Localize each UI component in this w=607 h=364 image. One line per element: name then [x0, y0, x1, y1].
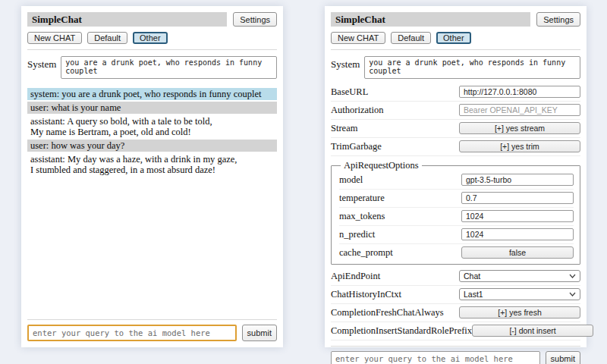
chevron-down-icon	[569, 292, 576, 297]
max-tokens-label: max_tokens	[339, 211, 385, 222]
model-label: model	[339, 174, 363, 186]
chat-message-system: system: you are a drunk poet, who respon…	[27, 88, 277, 100]
chat-log: system: you are a drunk poet, who respon…	[27, 88, 277, 314]
app-title: SimpleChat	[27, 12, 227, 27]
setting-row-authorization: Authorization	[331, 102, 580, 120]
api-request-options-fieldset: ApiRequestOptions model temperature max_…	[331, 160, 580, 265]
session-default-button[interactable]: Default	[87, 32, 127, 44]
baseurl-label: BaseURL	[331, 86, 368, 98]
cache-prompt-label: cache_prompt	[339, 247, 393, 259]
setting-row-n-predict: n_predict	[339, 226, 574, 244]
new-chat-button[interactable]: New CHAT	[331, 32, 385, 44]
setting-row-baseurl: BaseURL	[331, 83, 580, 102]
setting-row-model: model	[339, 171, 574, 190]
system-label: System	[27, 56, 56, 79]
system-label: System	[331, 56, 360, 79]
submit-button[interactable]: submit	[546, 351, 580, 364]
system-row: System you are a drunk poet, who respond…	[331, 56, 580, 79]
authorization-input[interactable]	[459, 104, 580, 116]
temperature-input[interactable]	[461, 192, 574, 204]
app-title: SimpleChat	[331, 12, 530, 27]
divider	[331, 49, 580, 50]
setting-row-completion-insert-prefix: CompletionInsertStandardRolePrefix [-] d…	[331, 322, 580, 340]
divider	[27, 319, 277, 320]
chevron-down-icon	[569, 274, 576, 278]
setting-row-max-tokens: max_tokens	[339, 208, 574, 226]
query-input[interactable]	[331, 351, 540, 364]
session-default-button[interactable]: Default	[391, 32, 431, 44]
api-endpoint-select[interactable]: Chat	[459, 270, 580, 282]
settings-list: BaseURL Authorization Stream [+] yes str…	[331, 83, 580, 340]
session-other-button[interactable]: Other	[436, 32, 471, 44]
setting-row-stream: Stream [+] yes stream	[331, 120, 580, 138]
query-input[interactable]	[27, 325, 237, 341]
chat-message-assistant: assistant: A query so bold, with a tale …	[27, 115, 277, 138]
chat-message-assistant: assistant: My day was a haze, with a dri…	[27, 153, 277, 176]
max-tokens-input[interactable]	[461, 210, 574, 222]
completion-fresh-label: CompletionFreshChatAlways	[331, 307, 444, 318]
trimgarbage-toggle-button[interactable]: [+] yes trim	[459, 140, 580, 152]
settings-panel-header: SimpleChat Settings	[331, 12, 580, 27]
setting-row-chat-history: ChatHistoryInCtxt Last1	[331, 286, 580, 304]
n-predict-input[interactable]	[461, 228, 574, 240]
query-row: submit	[331, 351, 580, 364]
completion-fresh-chat-button[interactable]: [+] yes fresh	[459, 306, 580, 318]
system-row: System you are a drunk poet, who respond…	[27, 56, 277, 79]
stream-toggle-button[interactable]: [+] yes stream	[459, 122, 580, 134]
trimgarbage-label: TrimGarbage	[331, 141, 382, 152]
setting-row-trimgarbage: TrimGarbage [+] yes trim	[331, 138, 580, 156]
api-request-options-legend: ApiRequestOptions	[341, 160, 422, 171]
chat-message-user: user: how was your day?	[27, 140, 277, 152]
page: SimpleChat Settings New CHAT Default Oth…	[0, 0, 607, 364]
completion-insert-prefix-label: CompletionInsertStandardRolePrefix	[331, 325, 472, 337]
setting-row-temperature: temperature	[339, 190, 574, 208]
chat-panel: SimpleChat Settings New CHAT Default Oth…	[21, 6, 283, 347]
stream-label: Stream	[331, 123, 357, 134]
setting-row-api-endpoint: ApiEndPoint Chat	[331, 268, 580, 286]
cache-prompt-toggle-button[interactable]: false	[461, 246, 574, 259]
baseurl-input[interactable]	[459, 86, 580, 98]
setting-row-cache-prompt: cache_prompt false	[339, 244, 574, 262]
setting-row-completion-fresh: CompletionFreshChatAlways [+] yes fresh	[331, 304, 580, 322]
new-chat-button[interactable]: New CHAT	[27, 32, 82, 44]
chat-history-label: ChatHistoryInCtxt	[331, 289, 401, 300]
settings-button[interactable]: Settings	[536, 12, 580, 27]
settings-button[interactable]: Settings	[233, 12, 277, 27]
api-endpoint-value: Chat	[464, 271, 480, 281]
session-other-button[interactable]: Other	[133, 32, 168, 44]
model-input[interactable]	[461, 174, 574, 186]
system-prompt-input[interactable]: you are a drunk poet, who responds in fu…	[364, 56, 580, 79]
sessions-row: New CHAT Default Other	[331, 32, 580, 44]
divider	[27, 49, 277, 50]
api-endpoint-label: ApiEndPoint	[331, 271, 380, 282]
chat-history-value: Last1	[464, 290, 483, 299]
settings-panel: SimpleChat Settings New CHAT Default Oth…	[325, 6, 587, 347]
chat-history-in-ctxt-select[interactable]: Last1	[459, 288, 580, 300]
divider	[331, 346, 580, 347]
temperature-label: temperature	[339, 193, 385, 204]
submit-button[interactable]: submit	[242, 325, 277, 341]
system-prompt-input[interactable]: you are a drunk poet, who responds in fu…	[61, 56, 277, 79]
sessions-row: New CHAT Default Other	[27, 32, 277, 44]
chat-panel-header: SimpleChat Settings	[27, 12, 277, 27]
completion-insert-role-prefix-button[interactable]: [-] dont insert	[472, 325, 593, 337]
chat-message-user: user: what is your name	[27, 102, 277, 114]
query-row: submit	[27, 325, 277, 341]
n-predict-label: n_predict	[339, 229, 375, 240]
authorization-label: Authorization	[331, 105, 383, 116]
